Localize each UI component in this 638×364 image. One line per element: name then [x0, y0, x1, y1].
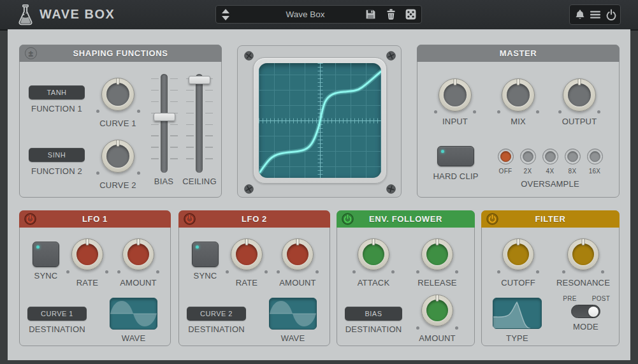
knob-max-dot [601, 270, 604, 273]
oversample-2x-radio[interactable] [520, 149, 536, 164]
filter-power-icon[interactable] [486, 213, 498, 225]
radio-indicator [545, 151, 556, 162]
knob-min-dot [562, 270, 565, 273]
knob-min-dot [96, 110, 99, 113]
screw-icon [244, 51, 254, 61]
random-preset-dice-icon[interactable] [405, 8, 417, 20]
lfo1-amount-knob[interactable] [122, 238, 154, 270]
knob-max-dot [455, 326, 458, 330]
bell-icon[interactable] [574, 9, 586, 20]
bias-slider-track[interactable] [161, 74, 168, 173]
knob-min-dot [352, 270, 356, 273]
lfo2-destination-label: DESTINATION [179, 324, 254, 334]
resonance-knob[interactable] [567, 238, 599, 270]
radio-indicator [590, 151, 600, 162]
cutoff-knob[interactable] [502, 238, 534, 270]
delete-preset-trash-icon[interactable] [385, 8, 397, 20]
oversample-4x-radio[interactable] [542, 149, 558, 164]
bias-slider-handle[interactable] [154, 113, 175, 121]
toggle-handle[interactable] [588, 307, 598, 317]
mix-label: MIX [486, 117, 550, 126]
lfo2-power-icon[interactable] [184, 213, 196, 225]
sine-wave-icon [110, 298, 157, 329]
lfo2-sync-button[interactable] [192, 242, 219, 267]
mix-knob[interactable] [502, 78, 535, 112]
knob-max-dot [137, 171, 140, 175]
knob-max-dot [265, 270, 268, 273]
preset-name[interactable]: Wave Box [235, 10, 375, 19]
knob-min-dot [416, 270, 419, 273]
function1-select-button[interactable]: TANH [29, 85, 85, 99]
oversample-16x-radio[interactable] [587, 149, 603, 164]
lfo2-rate-knob[interactable] [231, 238, 263, 270]
lfo1-rate-knob[interactable] [71, 238, 103, 270]
release-label: RELEASE [405, 278, 469, 288]
curve1-knob[interactable] [101, 78, 134, 111]
master-title: MASTER [500, 48, 537, 58]
cutoff-label: CUTOFF [486, 278, 550, 288]
preset-steppers [222, 8, 229, 21]
env-destination-button[interactable]: BIAS [345, 307, 402, 321]
knob-pointer [117, 78, 120, 85]
lfo2-panel: LFO 2 SYNC RATE AMOUNT CURVE 2 DESTINATI… [178, 210, 330, 346]
knob-pointer [582, 238, 585, 245]
attack-knob[interactable] [358, 238, 389, 270]
function2-select-button[interactable]: SINH [29, 148, 85, 162]
lfo2-destination-button[interactable]: CURVE 2 [187, 307, 246, 321]
input-knob[interactable] [439, 78, 472, 112]
ceiling-slider-track[interactable] [196, 74, 203, 173]
power-icon[interactable] [605, 9, 617, 20]
filter-type-display[interactable] [493, 298, 542, 329]
scope-panel [237, 45, 402, 198]
sync-led [196, 245, 199, 249]
mode-pre-label: PRE [557, 295, 583, 302]
lfo1-wave-display[interactable] [110, 298, 157, 330]
shaping-functions-panel: ± SHAPING FUNCTIONS TANH FUNCTION 1 CURV… [19, 45, 222, 198]
lfo1-title: LFO 1 [82, 214, 108, 224]
screw-icon [386, 184, 396, 194]
screw-icon [386, 51, 396, 61]
oversample-8x-radio[interactable] [565, 149, 581, 164]
lfo1-amount-label: AMOUNT [106, 278, 170, 288]
hamburger-menu-icon[interactable] [590, 9, 601, 20]
save-preset-floppy-icon[interactable] [365, 8, 377, 20]
output-knob[interactable] [563, 78, 596, 112]
scope-bezel [253, 57, 387, 184]
preset-down-arrow-icon[interactable] [222, 16, 229, 20]
knob-min-dot [277, 270, 280, 273]
knob-max-dot [137, 110, 140, 113]
radio-indicator [523, 151, 533, 162]
knob-max-dot [391, 270, 395, 273]
knob-pointer [296, 238, 300, 245]
lfo2-wave-display[interactable] [269, 298, 317, 330]
screw-icon [244, 184, 254, 194]
knob-max-dot [105, 270, 108, 273]
plus-minus-icon[interactable]: ± [25, 47, 37, 59]
oversample-4x-label: 4X [537, 168, 563, 175]
lfo2-amount-label: AMOUNT [266, 278, 330, 288]
curve2-knob[interactable] [101, 140, 134, 173]
knob-min-dot [497, 110, 500, 113]
env-destination-label: DESTINATION [337, 324, 410, 334]
knob-min-dot [558, 110, 562, 113]
preset-up-arrow-icon[interactable] [222, 9, 229, 13]
lfo2-amount-knob[interactable] [282, 238, 314, 270]
env-amount-knob[interactable] [421, 295, 453, 326]
release-knob[interactable] [421, 238, 453, 270]
lfo1-destination-button[interactable]: CURVE 1 [27, 307, 87, 321]
env-power-icon[interactable] [342, 213, 354, 225]
curve1-label: CURVE 1 [86, 119, 150, 128]
flask-icon [17, 4, 34, 26]
oversample-off-radio[interactable] [498, 149, 514, 164]
hard-clip-button[interactable] [437, 146, 474, 166]
mode-toggle[interactable] [571, 305, 600, 318]
lfo2-title: LFO 2 [242, 214, 267, 224]
oversample-2x-label: 2X [515, 168, 540, 175]
knob-max-dot [473, 110, 476, 113]
knob-pointer [137, 238, 140, 245]
ceiling-slider-handle[interactable] [189, 76, 210, 84]
oversample-label: OVERSAMPLE [505, 179, 595, 189]
sync-led [36, 245, 40, 249]
lfo1-sync-button[interactable] [33, 242, 59, 267]
lfo1-power-icon[interactable] [24, 213, 36, 225]
